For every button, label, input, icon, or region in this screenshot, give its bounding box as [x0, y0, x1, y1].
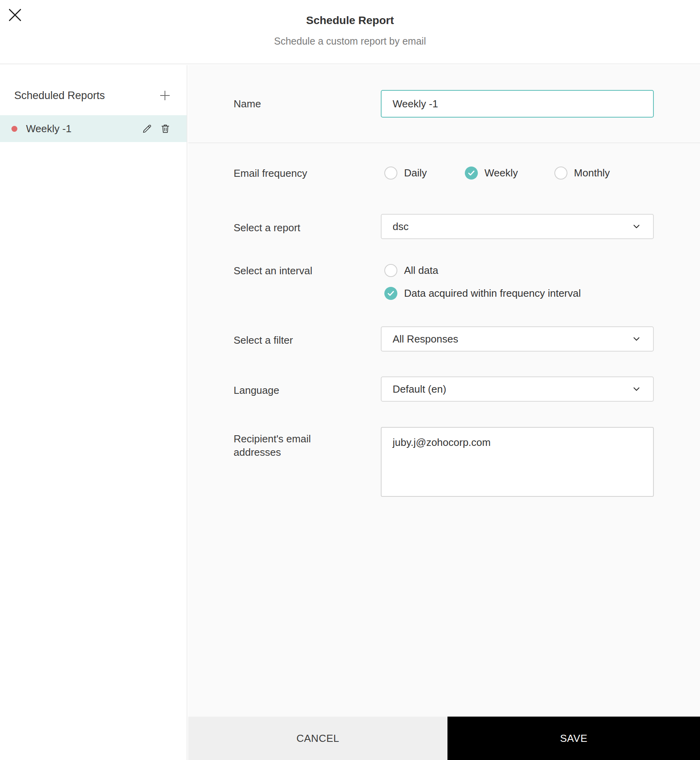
sidebar-title: Scheduled Reports	[14, 90, 105, 102]
chevron-down-icon	[632, 222, 641, 231]
chevron-down-icon	[632, 384, 641, 394]
radio-circle-checked	[384, 287, 397, 300]
status-dot	[11, 126, 17, 132]
schedule-report-dialog: Schedule Report Schedule a custom report…	[0, 0, 700, 760]
check-icon	[467, 169, 475, 177]
radio-all-data-label: All data	[404, 264, 438, 277]
schedule-form: Name Email frequency Daily Weekly Monthl…	[188, 65, 700, 717]
trash-icon	[160, 124, 170, 134]
cancel-button-label: CANCEL	[296, 732, 339, 745]
radio-circle	[384, 264, 397, 277]
section-divider	[188, 142, 700, 143]
email-frequency-label: Email frequency	[234, 167, 307, 180]
language-select-value: Default (en)	[393, 383, 632, 395]
radio-frequency-interval-label: Data acquired within frequency interval	[404, 287, 581, 300]
radio-weekly-label: Weekly	[485, 167, 518, 179]
dialog-header: Schedule Report Schedule a custom report…	[0, 0, 700, 64]
sidebar-item-weekly-1[interactable]: Weekly -1	[0, 115, 187, 142]
dialog-title: Schedule Report	[0, 14, 700, 27]
name-label: Name	[234, 97, 261, 110]
recipients-textarea[interactable]: juby.j@zohocorp.com	[381, 427, 654, 497]
radio-daily-label: Daily	[404, 167, 427, 179]
item-actions	[142, 123, 171, 134]
add-schedule-button[interactable]	[158, 89, 172, 102]
select-filter-label: Select a filter	[234, 333, 293, 347]
language-select[interactable]: Default (en)	[381, 376, 654, 402]
radio-daily[interactable]: Daily	[384, 167, 427, 180]
dialog-subtitle: Schedule a custom report by email	[0, 36, 700, 47]
filter-select[interactable]: All Responses	[381, 326, 654, 352]
sidebar-item-label: Weekly -1	[26, 123, 142, 135]
select-interval-label: Select an interval	[234, 264, 312, 277]
radio-weekly[interactable]: Weekly	[465, 167, 518, 180]
report-select[interactable]: dsc	[381, 214, 654, 239]
radio-circle-checked	[465, 167, 478, 180]
cancel-button[interactable]: CANCEL	[188, 717, 447, 760]
edit-schedule-button[interactable]	[142, 123, 153, 134]
filter-select-value: All Responses	[393, 333, 632, 345]
radio-circle	[384, 167, 397, 180]
radio-all-data[interactable]: All data	[384, 264, 438, 277]
language-label: Language	[234, 384, 279, 397]
chevron-down-icon	[632, 334, 641, 344]
save-button[interactable]: SAVE	[447, 717, 700, 760]
scheduled-reports-sidebar: Scheduled Reports Weekly -1	[0, 65, 187, 760]
plus-icon	[159, 90, 171, 101]
select-report-label: Select a report	[234, 221, 300, 234]
email-frequency-group: Daily Weekly Monthly	[384, 167, 610, 180]
radio-circle	[554, 167, 567, 180]
check-icon	[387, 289, 395, 298]
radio-monthly[interactable]: Monthly	[554, 167, 610, 180]
report-select-value: dsc	[393, 221, 632, 233]
radio-monthly-label: Monthly	[574, 167, 610, 179]
save-button-label: SAVE	[560, 732, 587, 745]
pencil-icon	[142, 124, 152, 134]
recipients-label: Recipient's email addresses	[234, 432, 352, 459]
sidebar-header: Scheduled Reports	[0, 86, 187, 106]
delete-schedule-button[interactable]	[160, 123, 171, 134]
radio-frequency-interval[interactable]: Data acquired within frequency interval	[384, 287, 581, 300]
name-input[interactable]	[381, 90, 654, 118]
